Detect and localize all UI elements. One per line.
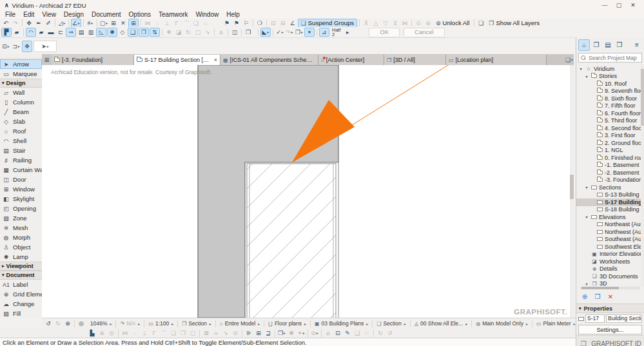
tree-item-viridium[interactable]: ▾⌂Viridium bbox=[576, 65, 644, 73]
gravity-icon[interactable]: ⊞ bbox=[128, 19, 139, 28]
home-story-icon[interactable]: ⌂ bbox=[217, 28, 226, 36]
pen-set-icon[interactable]: ⊿ bbox=[319, 28, 329, 37]
flip-icon[interactable]: ⇒ bbox=[66, 28, 76, 37]
toolbox-item-railing[interactable]: ♯Railing bbox=[0, 155, 42, 165]
dropdown-caret-icon[interactable]: ▸ bbox=[301, 28, 303, 36]
tree-item-3-first-floor[interactable]: 3. First floor bbox=[576, 132, 644, 140]
dropdown-caret-icon[interactable]: ▸ bbox=[573, 322, 575, 326]
tab-close-icon[interactable]: × bbox=[214, 57, 217, 63]
publisher-sets-icon[interactable]: ❒ bbox=[614, 40, 625, 50]
toolbox-section-design[interactable]: ▾Design bbox=[0, 79, 42, 88]
close-viewpoint-icon[interactable]: ✕ bbox=[606, 293, 615, 301]
tree-item-northwest-auto-rebuil[interactable]: Northwest (Auto-rebuil bbox=[576, 228, 644, 236]
magic-wand-icon[interactable]: ✴ bbox=[304, 28, 315, 37]
search-box[interactable] bbox=[578, 53, 642, 62]
navigator-menu-icon[interactable]: ≡ bbox=[632, 40, 642, 50]
tree-item-0-finished-road-lvl[interactable]: 0. Finished road lvl. bbox=[576, 154, 644, 162]
toolbox-section-viewpoint[interactable]: ▸Viewpoint bbox=[0, 262, 42, 271]
inject-parameters-icon[interactable]: ✐ bbox=[44, 19, 53, 27]
tree-item-southeast-auto-rebuil[interactable]: Southeast (Auto-rebuil bbox=[576, 236, 644, 244]
renovation-new-icon[interactable]: ⚐ bbox=[242, 19, 251, 27]
diamond-snap-icon[interactable]: ◇ bbox=[118, 28, 127, 36]
tree-scrollbar-thumb[interactable] bbox=[641, 69, 644, 126]
cover-fill-icon[interactable]: ▥ bbox=[86, 28, 95, 36]
tree-expander-icon[interactable]: ▾ bbox=[584, 74, 589, 79]
model-view-select[interactable]: ◍Main Model Only▸ bbox=[473, 320, 531, 327]
dropdown-caret-icon[interactable]: ▸ bbox=[282, 28, 284, 36]
toolbox-item-skylight[interactable]: ◧Skylight bbox=[0, 194, 42, 204]
toolbox-item-marquee[interactable]: ▭Marquee bbox=[0, 69, 42, 79]
ghost-copy-icon[interactable]: ❐ bbox=[139, 28, 149, 37]
toolbox-item-window[interactable]: ⊞Window bbox=[0, 184, 42, 194]
snap-points-icon[interactable]: ▢▸ bbox=[99, 19, 108, 27]
tab-list-menu-icon[interactable]: ❏▾ bbox=[565, 55, 574, 65]
layer-combination-select[interactable]: ▣03 Building Plans▸ bbox=[312, 320, 371, 327]
grid-snap-icon[interactable]: #▸ bbox=[86, 19, 95, 27]
scale-elements-icon[interactable]: ⊒ bbox=[264, 329, 273, 337]
drawing-canvas[interactable]: Archicad Education version, not for resa… bbox=[42, 65, 574, 318]
context-select[interactable]: ❐Section▸ bbox=[179, 320, 214, 327]
toolbox-item-label[interactable]: A1Label bbox=[0, 280, 42, 289]
zoom-level-select[interactable]: 1046%▸ bbox=[88, 320, 114, 327]
dropdown-caret-icon[interactable]: ▸ bbox=[138, 322, 140, 326]
tab-components-schedule[interactable]: ▦[ICS-01 All Components Schedule] bbox=[220, 55, 318, 65]
relative-coords-icon[interactable]: ✓▸ bbox=[275, 28, 284, 36]
tree-expander-icon[interactable]: ▾ bbox=[584, 215, 589, 219]
tree-item-1-basement-1[interactable]: -1. Basement 1 bbox=[576, 162, 644, 169]
toolbox-item-shell[interactable]: ◠Shell bbox=[0, 136, 42, 146]
toolbox-item-beam[interactable]: ╱Beam bbox=[0, 107, 42, 117]
project-map-icon[interactable]: ⌂ bbox=[578, 39, 590, 51]
arrow-tool-button[interactable]: ➤▸ bbox=[34, 41, 57, 52]
toolbox-item-opening[interactable]: ◰Opening bbox=[0, 204, 42, 213]
toolbox-item-wall[interactable]: ▱Wall bbox=[0, 88, 42, 97]
graphisoft-id-bar[interactable]: ❐ GRAPHISOFT ID bbox=[576, 335, 644, 346]
tab-location-plan[interactable]: ▭[Location plan] bbox=[446, 55, 547, 65]
dropdown-caret-icon[interactable]: ▸ bbox=[18, 43, 20, 50]
toolbox-item-lamp[interactable]: ✺Lamp bbox=[0, 252, 42, 262]
menu-view[interactable]: View bbox=[38, 10, 60, 19]
search-input[interactable] bbox=[587, 54, 641, 62]
settings-button[interactable]: Settings... bbox=[578, 325, 642, 334]
toolbox-item-zone[interactable]: ▧Zone bbox=[0, 213, 42, 223]
selection-feedback-icon[interactable]: ❑ bbox=[128, 28, 138, 37]
tree-expander-icon[interactable]: ▾ bbox=[578, 66, 583, 71]
toolbox-item-stair[interactable]: ▤Stair bbox=[0, 146, 42, 155]
add-viewpoint-icon[interactable]: ⊕ bbox=[580, 293, 589, 301]
tree-item-5-third-floor[interactable]: 5. Third floor bbox=[576, 117, 644, 125]
dropdown-caret-icon[interactable]: ▾ bbox=[571, 56, 573, 64]
selection-transfer-icon[interactable]: ⊐▸ bbox=[12, 41, 21, 52]
toolbox-item-morph[interactable]: ◍Morph bbox=[0, 233, 42, 242]
layout-book-icon[interactable]: ▤ bbox=[603, 40, 613, 50]
menu-teamwork[interactable]: Teamwork bbox=[155, 10, 192, 19]
arc-geometry-icon[interactable]: ◠ bbox=[26, 28, 36, 37]
tree-item-3d-documents[interactable]: ❏3D Documents bbox=[576, 273, 644, 280]
dropdown-caret-icon[interactable]: ▸ bbox=[291, 28, 293, 36]
dropdown-caret-icon[interactable]: ▸ bbox=[210, 322, 211, 326]
tree-item-northeast-auto-rebuil[interactable]: Northeast (Auto-rebuil bbox=[576, 221, 644, 229]
snap-reference-icon[interactable]: ✕ bbox=[119, 19, 128, 27]
dropdown-caret-icon[interactable]: ▸ bbox=[303, 329, 305, 337]
tree-item-details[interactable]: ⊕Details bbox=[576, 265, 644, 273]
tree-item-1-ngl[interactable]: 1. NGL bbox=[576, 147, 644, 155]
tab-overview-icon[interactable]: ⊞ bbox=[42, 55, 52, 65]
tree-item-s-13-building-section-a[interactable]: S-13 Building Section (A bbox=[576, 191, 644, 199]
pen-set-select[interactable]: ◬00 Show All Ele...▸ bbox=[412, 320, 470, 327]
viewpoint-name-field[interactable]: Building Section bbox=[606, 314, 642, 323]
element-information-icon[interactable]: ▙ bbox=[88, 329, 97, 337]
dropdown-caret-icon[interactable]: ▸ bbox=[110, 322, 112, 326]
toolbox-item-object[interactable]: ♙Object bbox=[0, 242, 42, 252]
wall-method-icon[interactable]: ▰ bbox=[37, 28, 46, 36]
toolbox-item-mesh[interactable]: ≋Mesh bbox=[0, 223, 42, 233]
pick-up-parameters-icon[interactable]: ✒ bbox=[34, 19, 43, 27]
model-scope-select[interactable]: ⌂Entire Model▸ bbox=[217, 320, 263, 327]
tree-item-sections[interactable]: ▾Sections bbox=[576, 184, 644, 191]
zoom-box-icon[interactable]: ◎ bbox=[77, 320, 86, 327]
menu-design[interactable]: Design bbox=[60, 10, 88, 19]
distribute-icon[interactable]: ⊞ bbox=[254, 329, 263, 337]
check-elements-icon[interactable]: ⊡ bbox=[333, 329, 342, 337]
properties-header[interactable]: ▾ Properties bbox=[576, 303, 644, 313]
toolbox-item-fill[interactable]: ▨Fill bbox=[0, 309, 42, 318]
canvas-vertical-scrollbar[interactable] bbox=[570, 65, 574, 318]
toolbox-item-curtain-wall[interactable]: ▦Curtain Wall bbox=[0, 165, 42, 175]
viewpoint-id-field[interactable]: S-17 bbox=[585, 314, 605, 323]
